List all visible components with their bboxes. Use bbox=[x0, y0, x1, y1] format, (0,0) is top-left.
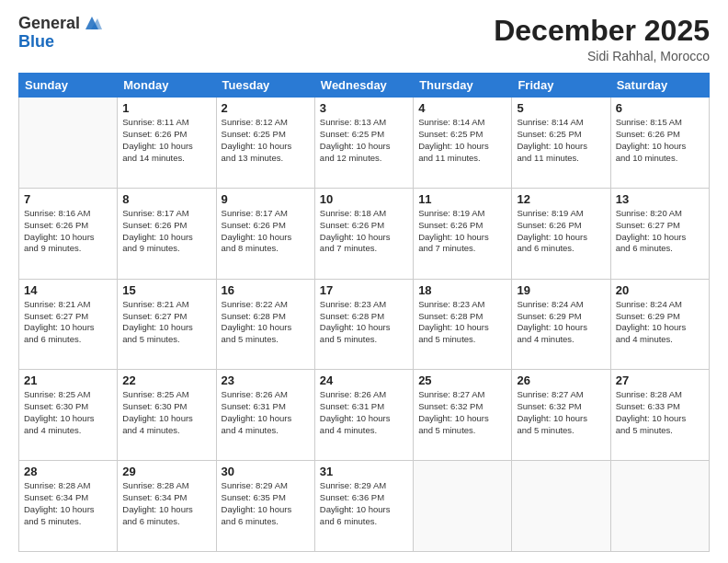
day-number: 20 bbox=[616, 283, 704, 297]
day-info: Sunrise: 8:28 AM Sunset: 6:34 PM Dayligh… bbox=[24, 480, 112, 527]
calendar-week-row: 7Sunrise: 8:16 AM Sunset: 6:26 PM Daylig… bbox=[19, 188, 710, 279]
day-info: Sunrise: 8:23 AM Sunset: 6:28 PM Dayligh… bbox=[418, 299, 506, 346]
day-info: Sunrise: 8:25 AM Sunset: 6:30 PM Dayligh… bbox=[24, 389, 112, 436]
table-row: 9Sunrise: 8:17 AM Sunset: 6:26 PM Daylig… bbox=[216, 188, 314, 279]
day-info: Sunrise: 8:17 AM Sunset: 6:26 PM Dayligh… bbox=[122, 208, 210, 255]
table-row: 18Sunrise: 8:23 AM Sunset: 6:28 PM Dayli… bbox=[414, 279, 512, 370]
day-info: Sunrise: 8:26 AM Sunset: 6:31 PM Dayligh… bbox=[222, 389, 310, 436]
table-row: 10Sunrise: 8:18 AM Sunset: 6:26 PM Dayli… bbox=[314, 188, 413, 279]
logo-icon bbox=[82, 13, 102, 33]
day-number: 1 bbox=[122, 101, 210, 115]
day-info: Sunrise: 8:17 AM Sunset: 6:26 PM Dayligh… bbox=[222, 208, 310, 255]
day-info: Sunrise: 8:28 AM Sunset: 6:34 PM Dayligh… bbox=[122, 480, 210, 527]
table-row: 23Sunrise: 8:26 AM Sunset: 6:31 PM Dayli… bbox=[216, 370, 314, 461]
table-row: 11Sunrise: 8:19 AM Sunset: 6:26 PM Dayli… bbox=[414, 188, 512, 279]
table-row bbox=[19, 98, 118, 189]
day-info: Sunrise: 8:26 AM Sunset: 6:31 PM Dayligh… bbox=[320, 389, 408, 436]
day-info: Sunrise: 8:21 AM Sunset: 6:27 PM Dayligh… bbox=[122, 299, 210, 346]
day-number: 14 bbox=[24, 283, 112, 297]
day-number: 3 bbox=[320, 101, 408, 115]
table-row: 5Sunrise: 8:14 AM Sunset: 6:25 PM Daylig… bbox=[512, 98, 610, 189]
day-number: 31 bbox=[320, 465, 408, 478]
day-info: Sunrise: 8:16 AM Sunset: 6:26 PM Dayligh… bbox=[24, 208, 112, 255]
day-number: 8 bbox=[122, 192, 210, 206]
day-number: 17 bbox=[320, 283, 408, 297]
month-title: December 2025 bbox=[494, 15, 710, 47]
table-row: 12Sunrise: 8:19 AM Sunset: 6:26 PM Dayli… bbox=[512, 188, 610, 279]
day-number: 18 bbox=[418, 283, 506, 297]
calendar-table: Sunday Monday Tuesday Wednesday Thursday… bbox=[18, 73, 710, 552]
day-number: 28 bbox=[24, 465, 112, 478]
table-row: 4Sunrise: 8:14 AM Sunset: 6:25 PM Daylig… bbox=[414, 98, 512, 189]
day-info: Sunrise: 8:14 AM Sunset: 6:25 PM Dayligh… bbox=[517, 117, 605, 164]
day-number: 5 bbox=[517, 101, 605, 115]
table-row: 8Sunrise: 8:17 AM Sunset: 6:26 PM Daylig… bbox=[118, 188, 216, 279]
day-number: 10 bbox=[320, 192, 408, 206]
table-row: 17Sunrise: 8:23 AM Sunset: 6:28 PM Dayli… bbox=[314, 279, 413, 370]
page: General Blue December 2025 Sidi Rahhal, … bbox=[0, 0, 728, 563]
header-monday: Monday bbox=[118, 74, 216, 98]
table-row bbox=[512, 461, 610, 552]
day-info: Sunrise: 8:19 AM Sunset: 6:26 PM Dayligh… bbox=[418, 208, 506, 255]
day-number: 12 bbox=[517, 192, 605, 206]
day-number: 11 bbox=[418, 192, 506, 206]
calendar-week-row: 1Sunrise: 8:11 AM Sunset: 6:26 PM Daylig… bbox=[19, 98, 710, 189]
logo-general-text: General bbox=[18, 15, 80, 33]
table-row: 2Sunrise: 8:12 AM Sunset: 6:25 PM Daylig… bbox=[216, 98, 314, 189]
header: General Blue December 2025 Sidi Rahhal, … bbox=[18, 15, 710, 63]
day-info: Sunrise: 8:27 AM Sunset: 6:32 PM Dayligh… bbox=[418, 389, 506, 436]
day-number: 16 bbox=[222, 283, 310, 297]
day-number: 13 bbox=[616, 192, 704, 206]
calendar-header-row: Sunday Monday Tuesday Wednesday Thursday… bbox=[19, 74, 710, 98]
table-row: 20Sunrise: 8:24 AM Sunset: 6:29 PM Dayli… bbox=[610, 279, 709, 370]
day-info: Sunrise: 8:24 AM Sunset: 6:29 PM Dayligh… bbox=[517, 299, 605, 346]
table-row bbox=[610, 461, 709, 552]
day-number: 6 bbox=[616, 101, 704, 115]
day-number: 9 bbox=[222, 192, 310, 206]
day-number: 15 bbox=[122, 283, 210, 297]
day-info: Sunrise: 8:11 AM Sunset: 6:26 PM Dayligh… bbox=[122, 117, 210, 164]
header-friday: Friday bbox=[512, 74, 610, 98]
table-row: 1Sunrise: 8:11 AM Sunset: 6:26 PM Daylig… bbox=[118, 98, 216, 189]
title-block: December 2025 Sidi Rahhal, Morocco bbox=[494, 15, 710, 63]
header-saturday: Saturday bbox=[610, 74, 709, 98]
location: Sidi Rahhal, Morocco bbox=[494, 49, 710, 63]
header-thursday: Thursday bbox=[414, 74, 512, 98]
day-number: 7 bbox=[24, 192, 112, 206]
calendar-week-row: 21Sunrise: 8:25 AM Sunset: 6:30 PM Dayli… bbox=[19, 370, 710, 461]
calendar-week-row: 14Sunrise: 8:21 AM Sunset: 6:27 PM Dayli… bbox=[19, 279, 710, 370]
table-row bbox=[414, 461, 512, 552]
day-number: 21 bbox=[24, 373, 112, 387]
table-row: 28Sunrise: 8:28 AM Sunset: 6:34 PM Dayli… bbox=[19, 461, 118, 552]
day-info: Sunrise: 8:14 AM Sunset: 6:25 PM Dayligh… bbox=[418, 117, 506, 164]
day-number: 22 bbox=[122, 373, 210, 387]
table-row: 15Sunrise: 8:21 AM Sunset: 6:27 PM Dayli… bbox=[118, 279, 216, 370]
day-number: 24 bbox=[320, 373, 408, 387]
day-number: 4 bbox=[418, 101, 506, 115]
table-row: 26Sunrise: 8:27 AM Sunset: 6:32 PM Dayli… bbox=[512, 370, 610, 461]
header-wednesday: Wednesday bbox=[314, 74, 413, 98]
day-number: 25 bbox=[418, 373, 506, 387]
table-row: 7Sunrise: 8:16 AM Sunset: 6:26 PM Daylig… bbox=[19, 188, 118, 279]
table-row: 13Sunrise: 8:20 AM Sunset: 6:27 PM Dayli… bbox=[610, 188, 709, 279]
header-tuesday: Tuesday bbox=[216, 74, 314, 98]
day-number: 26 bbox=[517, 373, 605, 387]
table-row: 30Sunrise: 8:29 AM Sunset: 6:35 PM Dayli… bbox=[216, 461, 314, 552]
table-row: 6Sunrise: 8:15 AM Sunset: 6:26 PM Daylig… bbox=[610, 98, 709, 189]
table-row: 14Sunrise: 8:21 AM Sunset: 6:27 PM Dayli… bbox=[19, 279, 118, 370]
table-row: 29Sunrise: 8:28 AM Sunset: 6:34 PM Dayli… bbox=[118, 461, 216, 552]
day-info: Sunrise: 8:27 AM Sunset: 6:32 PM Dayligh… bbox=[517, 389, 605, 436]
logo-blue-text: Blue bbox=[18, 33, 102, 52]
day-info: Sunrise: 8:19 AM Sunset: 6:26 PM Dayligh… bbox=[517, 208, 605, 255]
header-sunday: Sunday bbox=[19, 74, 118, 98]
calendar-week-row: 28Sunrise: 8:28 AM Sunset: 6:34 PM Dayli… bbox=[19, 461, 710, 552]
day-number: 30 bbox=[222, 465, 310, 478]
day-info: Sunrise: 8:24 AM Sunset: 6:29 PM Dayligh… bbox=[616, 299, 704, 346]
day-number: 19 bbox=[517, 283, 605, 297]
table-row: 3Sunrise: 8:13 AM Sunset: 6:25 PM Daylig… bbox=[314, 98, 413, 189]
day-info: Sunrise: 8:25 AM Sunset: 6:30 PM Dayligh… bbox=[122, 389, 210, 436]
day-info: Sunrise: 8:20 AM Sunset: 6:27 PM Dayligh… bbox=[616, 208, 704, 255]
day-info: Sunrise: 8:23 AM Sunset: 6:28 PM Dayligh… bbox=[320, 299, 408, 346]
logo: General Blue bbox=[18, 15, 102, 52]
table-row: 16Sunrise: 8:22 AM Sunset: 6:28 PM Dayli… bbox=[216, 279, 314, 370]
